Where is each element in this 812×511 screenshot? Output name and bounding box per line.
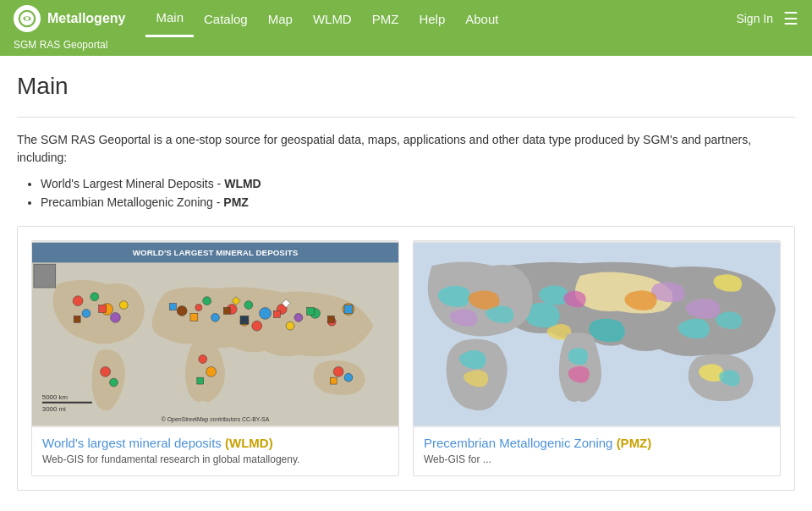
main-nav: Main Catalog Map WLMD PMZ Help About [145, 0, 736, 37]
svg-point-33 [101, 366, 111, 376]
svg-point-34 [110, 378, 118, 387]
header-right: Sign In ☰ [736, 8, 798, 29]
nav-catalog[interactable]: Catalog [194, 0, 258, 37]
svg-rect-20 [240, 316, 249, 324]
card-pmz-image [414, 241, 780, 427]
list-item-pmz: Precambian Metallogenic Zoning - PMZ [41, 195, 795, 209]
svg-text:WORLD'S LARGEST MINERAL DEPOSI: WORLD'S LARGEST MINERAL DEPOSITS [133, 248, 299, 257]
card-wlmd-desc: Web-GIS for fundamental research in glob… [32, 453, 398, 475]
svg-text:© OpenStreetMap contributors C: © OpenStreetMap contributors CC-BY-SA [162, 416, 270, 423]
svg-point-32 [119, 301, 128, 310]
svg-rect-43 [169, 304, 176, 310]
card-wlmd-title[interactable]: World's largest mineral deposits (WLMD) [32, 427, 398, 453]
subheader: SGM RAS Geoportal [0, 37, 812, 56]
card-pmz-title-bold: (PMZ) [617, 436, 652, 450]
nav-pmz[interactable]: PMZ [362, 0, 409, 37]
svg-point-36 [206, 366, 217, 376]
svg-point-16 [211, 313, 220, 321]
svg-rect-45 [190, 313, 198, 321]
svg-point-25 [73, 296, 83, 306]
svg-rect-31 [99, 305, 107, 313]
list-item-wlmd-bold: WLMD [224, 177, 261, 190]
nav-wlmd[interactable]: WLMD [303, 0, 362, 37]
list-item-pmz-prefix: Precambian Metallogenic Zoning - [41, 195, 223, 209]
card-wlmd-title-plain: World's largest mineral deposits [42, 436, 225, 450]
svg-point-42 [203, 297, 211, 305]
card-wlmd-image: WORLD'S LARGEST MINERAL DEPOSITS [32, 241, 398, 427]
svg-rect-37 [197, 377, 204, 384]
sign-in-link[interactable]: Sign In [736, 12, 773, 25]
svg-text:3000 mi: 3000 mi [42, 405, 66, 413]
svg-point-8 [244, 301, 253, 310]
header: Metallogeny Main Catalog Map WLMD PMZ He… [0, 0, 812, 37]
svg-point-35 [199, 355, 207, 364]
svg-rect-23 [327, 316, 334, 322]
svg-point-29 [111, 312, 121, 322]
logo-icon [14, 5, 41, 32]
svg-rect-30 [74, 316, 80, 322]
svg-rect-21 [273, 310, 280, 317]
nav-main[interactable]: Main [145, 0, 194, 37]
hamburger-icon[interactable]: ☰ [783, 8, 798, 29]
list-item-wlmd-prefix: World's Largest Mineral Deposits - [41, 177, 224, 190]
card-wlmd-title-bold: (WLMD) [225, 436, 273, 450]
nav-help[interactable]: Help [409, 0, 455, 37]
svg-rect-22 [307, 308, 315, 316]
card-pmz-title-plain: Precembrian Metallogenic Zoning [424, 436, 617, 450]
svg-point-1 [25, 17, 30, 21]
feature-list: World's Largest Mineral Deposits - WLMD … [17, 177, 795, 209]
description-text: The SGM RAS Geoportal is a one-stop sour… [17, 131, 795, 167]
cards-container: WORLD'S LARGEST MINERAL DEPOSITS [17, 226, 795, 491]
svg-point-38 [333, 366, 343, 376]
svg-rect-19 [223, 308, 230, 315]
divider [17, 117, 795, 118]
svg-point-9 [260, 308, 272, 320]
main-content: Main The SGM RAS Geoportal is a one-stop… [0, 56, 812, 508]
svg-point-28 [82, 309, 91, 317]
svg-text:5000 km: 5000 km [42, 393, 69, 401]
svg-rect-6 [34, 264, 56, 288]
svg-point-17 [252, 321, 262, 331]
svg-point-41 [195, 305, 202, 311]
card-pmz-title[interactable]: Precembrian Metallogenic Zoning (PMZ) [414, 427, 780, 453]
svg-point-39 [344, 373, 353, 382]
subheader-text: SGM RAS Geoportal [14, 39, 107, 51]
svg-point-44 [177, 306, 187, 316]
svg-rect-40 [330, 377, 337, 384]
logo-area[interactable]: Metallogeny [14, 5, 125, 32]
logo-text: Metallogeny [47, 11, 125, 26]
svg-point-26 [91, 293, 99, 301]
page-title: Main [17, 73, 795, 100]
nav-about[interactable]: About [455, 0, 508, 37]
svg-point-18 [286, 321, 294, 330]
list-item-wlmd: World's Largest Mineral Deposits - WLMD [41, 177, 795, 190]
svg-rect-24 [344, 305, 353, 314]
nav-map[interactable]: Map [258, 0, 303, 37]
svg-point-12 [294, 313, 303, 321]
card-pmz-desc: Web-GIS for ... [414, 453, 780, 475]
card-wlmd[interactable]: WORLD'S LARGEST MINERAL DEPOSITS [31, 240, 399, 476]
list-item-pmz-bold: PMZ [223, 195, 249, 209]
card-pmz[interactable]: Precembrian Metallogenic Zoning (PMZ) We… [413, 240, 781, 476]
